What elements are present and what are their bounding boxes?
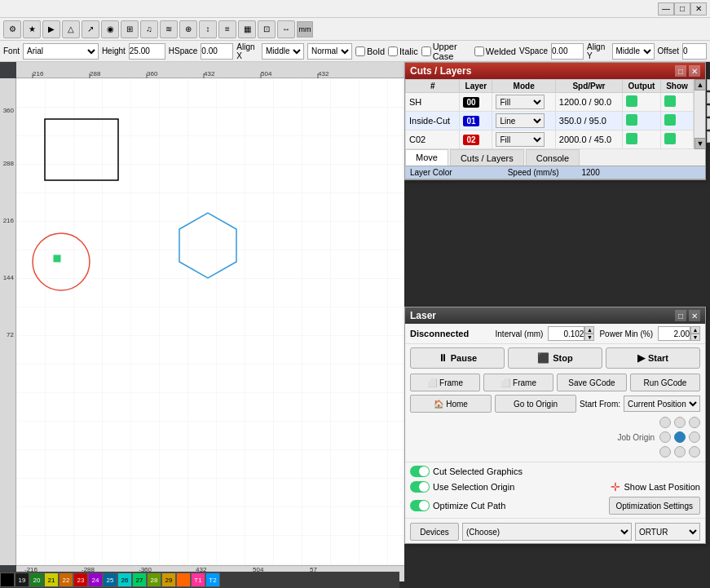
hspace-input[interactable] bbox=[201, 43, 233, 60]
grid-icon[interactable]: ⊞ bbox=[121, 20, 139, 38]
box-icon[interactable]: ⊡ bbox=[258, 20, 276, 38]
dot-tr[interactable] bbox=[689, 417, 700, 428]
cuts-panel-header[interactable]: Cuts / Layers □ ✕ bbox=[405, 63, 705, 79]
welded-checkbox[interactable] bbox=[474, 46, 484, 56]
checkerboard-icon[interactable]: ▦ bbox=[238, 20, 256, 38]
row-c02-mode[interactable]: FillLine bbox=[492, 130, 555, 149]
mode-select-sh[interactable]: FillLine bbox=[496, 95, 545, 109]
color-swatch-27[interactable]: 27 bbox=[132, 573, 147, 587]
use-selection-toggle[interactable] bbox=[410, 481, 430, 493]
laser-close-btn[interactable]: ✕ bbox=[689, 310, 700, 321]
mode-select-ic[interactable]: LineFill bbox=[496, 113, 545, 128]
drawing-canvas[interactable] bbox=[16, 78, 404, 565]
arrow-icon[interactable]: ↗ bbox=[82, 20, 99, 38]
play-icon[interactable]: ▶ bbox=[42, 20, 60, 38]
optimize-toggle[interactable] bbox=[410, 500, 430, 511]
color-swatch-black[interactable] bbox=[0, 573, 15, 587]
output-led-ic[interactable] bbox=[626, 114, 637, 126]
updown-icon[interactable]: ↕ bbox=[199, 20, 217, 38]
interval-down-btn[interactable]: ▼ bbox=[584, 334, 594, 341]
color-swatch-24[interactable]: 24 bbox=[88, 573, 103, 587]
cuts-scrollbar[interactable]: ▲ ▼ bbox=[694, 79, 705, 149]
cut-selected-toggle[interactable] bbox=[410, 466, 430, 477]
color-swatch-23[interactable]: 23 bbox=[73, 573, 88, 587]
lines-icon[interactable]: ≋ bbox=[160, 20, 178, 38]
pause-button[interactable]: ⏸ Pause bbox=[410, 347, 505, 369]
row-ic-mode[interactable]: LineFill bbox=[492, 112, 555, 130]
power-down-btn[interactable]: ▼ bbox=[690, 334, 700, 341]
color-swatch-28[interactable]: 28 bbox=[147, 573, 161, 587]
home-btn[interactable]: 🏠 Home bbox=[410, 395, 492, 413]
normal-select[interactable]: Normal bbox=[307, 43, 352, 60]
scroll-down-btn[interactable]: ▼ bbox=[695, 138, 706, 149]
interval-input[interactable] bbox=[548, 326, 584, 341]
wave-icon[interactable]: ♫ bbox=[140, 20, 158, 38]
tab-cuts-layers[interactable]: Cuts / Layers bbox=[450, 149, 524, 166]
dot-ml[interactable] bbox=[659, 431, 671, 443]
cuts-close-btn[interactable]: ✕ bbox=[689, 65, 700, 77]
color-swatch-t1[interactable]: T1 bbox=[191, 573, 205, 587]
power-up-btn[interactable]: ▲ bbox=[690, 326, 700, 334]
start-button[interactable]: ▶ Start bbox=[606, 347, 700, 369]
show-led-c02[interactable] bbox=[664, 133, 676, 144]
color-swatch-29[interactable]: 29 bbox=[161, 573, 176, 587]
go-to-origin-btn[interactable]: Go to Origin bbox=[495, 395, 576, 413]
color-swatch-orange[interactable] bbox=[176, 573, 191, 587]
resize-icon[interactable]: ↔ bbox=[277, 20, 295, 38]
color-swatch-t2[interactable]: T2 bbox=[205, 573, 220, 587]
scroll-up-btn[interactable]: ▲ bbox=[695, 79, 706, 91]
row-sh-mode[interactable]: FillLine bbox=[492, 93, 555, 112]
color-swatch-25[interactable]: 25 bbox=[103, 573, 117, 587]
table-row[interactable]: SH 00 FillLine 1200.0 / 90.0 bbox=[406, 93, 694, 112]
table-row[interactable]: C02 02 FillLine 2000.0 / 45.0 bbox=[406, 130, 694, 149]
cuts-restore-btn[interactable]: □ bbox=[675, 65, 686, 77]
run-gcode-btn[interactable]: Run GCode bbox=[630, 374, 700, 391]
bold-label[interactable]: Bold bbox=[355, 46, 385, 56]
dot-mm[interactable] bbox=[674, 431, 686, 443]
welded-label[interactable]: Welded bbox=[474, 46, 516, 56]
optimization-settings-btn[interactable]: Optimization Settings bbox=[609, 497, 701, 515]
mm-unit[interactable]: mm bbox=[297, 21, 313, 38]
interval-up-btn[interactable]: ▲ bbox=[584, 326, 594, 334]
dot-mr[interactable] bbox=[689, 431, 700, 443]
left-arrow-icon[interactable]: ◀ bbox=[707, 131, 710, 143]
circle-icon[interactable]: ◉ bbox=[101, 20, 119, 38]
power-min-input[interactable] bbox=[658, 326, 690, 341]
remove-icon[interactable]: ▼ bbox=[707, 92, 710, 104]
delete-icon[interactable]: 🗑 bbox=[707, 105, 710, 117]
canvas-area[interactable]: 216 288 360 432 504 432 360 288 216 144 … bbox=[0, 62, 404, 581]
output-led-sh[interactable] bbox=[626, 95, 637, 107]
dot-br[interactable] bbox=[689, 446, 700, 458]
brand-select[interactable]: ORTUR bbox=[635, 523, 700, 541]
mode-select-c02[interactable]: FillLine bbox=[496, 132, 545, 147]
minimize-btn[interactable]: — bbox=[658, 2, 674, 15]
laser-restore-btn[interactable]: □ bbox=[675, 310, 686, 321]
height-input[interactable] bbox=[129, 43, 165, 60]
alignx-select[interactable]: Middle bbox=[262, 43, 304, 60]
dot-tm[interactable] bbox=[674, 417, 686, 428]
bold-checkbox[interactable] bbox=[355, 46, 365, 56]
frame-btn-2[interactable]: ⬜ Frame bbox=[483, 374, 553, 391]
right-arrow-icon[interactable]: ▶ bbox=[707, 118, 710, 130]
show-led-ic[interactable] bbox=[664, 114, 676, 126]
laser-panel-header[interactable]: Laser □ ✕ bbox=[405, 307, 705, 324]
frame-btn-1[interactable]: ⬜ Frame bbox=[410, 374, 480, 391]
color-swatch-19[interactable]: 19 bbox=[15, 573, 29, 587]
dot-tl[interactable] bbox=[659, 417, 671, 428]
triangle-icon[interactable]: △ bbox=[62, 20, 80, 38]
italic-label[interactable]: Italic bbox=[388, 46, 418, 56]
devices-btn[interactable]: Devices bbox=[410, 523, 459, 541]
color-swatch-21[interactable]: 21 bbox=[44, 573, 59, 587]
close-btn[interactable]: ✕ bbox=[690, 2, 707, 15]
add-icon[interactable]: ▲ bbox=[707, 79, 710, 91]
color-swatch-22[interactable]: 22 bbox=[59, 573, 73, 587]
color-swatch-26[interactable]: 26 bbox=[117, 573, 132, 587]
star-icon[interactable]: ★ bbox=[23, 20, 41, 38]
tab-console[interactable]: Console bbox=[526, 149, 580, 166]
color-swatch-20[interactable]: 20 bbox=[29, 573, 44, 587]
menu-icon[interactable]: ≡ bbox=[218, 20, 236, 38]
gear-icon[interactable]: ⚙ bbox=[3, 20, 21, 38]
maximize-btn[interactable]: □ bbox=[674, 2, 690, 15]
stop-button[interactable]: ⬛ Stop bbox=[508, 347, 602, 369]
table-row[interactable]: Inside-Cut 01 LineFill 350.0 / 95.0 bbox=[406, 112, 694, 130]
